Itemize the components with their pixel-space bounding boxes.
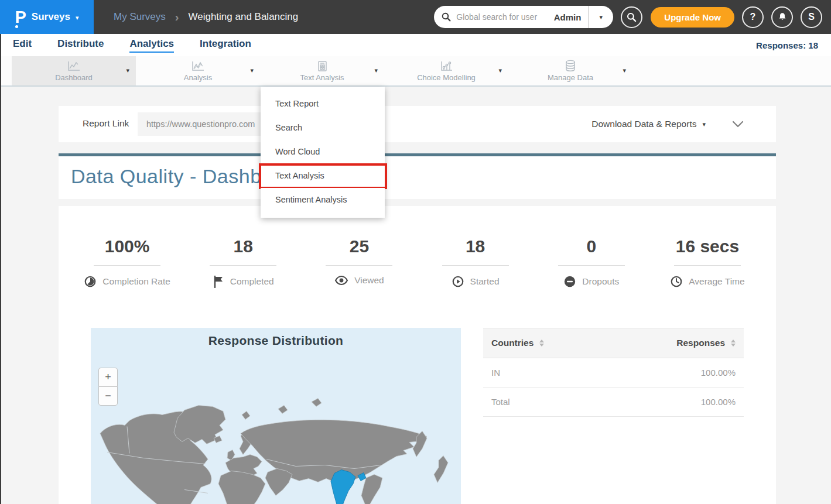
help-button[interactable]: ? — [742, 6, 764, 28]
collapse-chevron-icon[interactable] — [732, 121, 744, 128]
stat-completion-rate: 100% Completion Rate — [69, 236, 185, 288]
tab-distribute[interactable]: Distribute — [57, 38, 104, 53]
breadcrumb-my-surveys[interactable]: My Surveys — [114, 11, 166, 23]
search-button[interactable] — [621, 6, 642, 28]
chevron-down-icon: ▾ — [600, 14, 603, 20]
map-title: Response Distribution — [91, 334, 461, 348]
stat-started: 18 Started — [418, 236, 534, 288]
search-icon — [442, 12, 451, 22]
chevron-down-icon: ▾ — [76, 15, 79, 21]
upgrade-now-button[interactable]: Upgrade Now — [651, 7, 734, 28]
stat-average-time: 16 secs Average Time — [649, 236, 765, 288]
africa-landmass — [218, 471, 265, 504]
search-icon — [627, 12, 637, 22]
country-responses: 100.00% — [701, 397, 736, 407]
notifications-button[interactable] — [771, 6, 793, 28]
surveys-product-switcher[interactable]: P Surveys ▾ — [0, 0, 94, 34]
stat-completed: 18 Completed — [185, 236, 301, 288]
table-row: IN 100.00% — [483, 358, 744, 388]
avatar[interactable]: S — [801, 6, 822, 28]
tab-analytics[interactable]: Analytics — [129, 38, 174, 53]
global-search: Admin ▾ — [434, 6, 613, 28]
response-distribution-map: Response Distribution + − — [91, 328, 461, 504]
toolbar-tab-manage-data[interactable]: Manage Data ▾ — [508, 56, 632, 85]
bell-icon — [777, 12, 788, 22]
chevron-down-icon[interactable]: ▾ — [126, 67, 129, 74]
sort-icon — [539, 340, 544, 347]
flag-icon — [213, 275, 224, 288]
stats-row: 100% Completion Rate 18 Completed 25 — [59, 206, 776, 288]
responses-count: Responses: 18 — [756, 40, 818, 50]
database-icon — [565, 60, 576, 72]
stat-viewed: 25 Viewed — [301, 236, 417, 288]
clock-icon — [670, 275, 683, 288]
play-icon — [452, 275, 464, 288]
eye-icon — [334, 275, 348, 286]
text-report-icon — [316, 60, 328, 72]
choice-chart-icon — [439, 60, 454, 72]
countries-table: Countries Responses IN 100.00% Total 100… — [483, 328, 744, 417]
tab-edit[interactable]: Edit — [13, 38, 32, 53]
questionpro-logo: P — [15, 9, 26, 26]
stat-dropouts: 0 Dropouts — [534, 236, 649, 288]
toolbar-tab-choice-modelling[interactable]: Choice Modelling ▾ — [384, 56, 508, 85]
page-title: Data Quality - Dashboard — [71, 165, 776, 188]
world-map[interactable] — [91, 375, 461, 504]
multi-line-chart-icon — [190, 60, 206, 72]
line-chart-icon — [66, 60, 81, 72]
chevron-down-icon: ▾ — [702, 121, 706, 128]
minus-circle-icon — [563, 275, 576, 288]
report-link-bar: Report Link Download Data & Reports ▾ — [59, 106, 776, 142]
text-analysis-dropdown-menu: Text Report Search Word Cloud Text Analy… — [261, 87, 385, 218]
menu-item-text-analysis[interactable]: Text Analysis — [261, 164, 385, 188]
country-responses: 100.00% — [701, 368, 736, 378]
table-header: Countries Responses — [483, 328, 744, 358]
sort-icon — [731, 340, 736, 347]
breadcrumb-separator-icon: › — [175, 11, 179, 24]
breadcrumb: My Surveys › Weighting and Balancing — [114, 11, 298, 24]
menu-item-sentiment-analysis[interactable]: Sentiment Analysis — [261, 188, 385, 212]
menu-item-search[interactable]: Search — [261, 116, 385, 140]
report-link-label: Report Link — [83, 118, 129, 129]
chevron-down-icon[interactable]: ▾ — [250, 67, 254, 74]
global-search-input[interactable] — [456, 12, 553, 22]
zoom-in-button[interactable]: + — [98, 368, 118, 387]
download-data-reports-dropdown[interactable]: Download Data & Reports ▾ — [591, 106, 706, 142]
question-mark-icon: ? — [750, 12, 756, 22]
survey-nav: Edit Distribute Analytics Integration Re… — [0, 34, 831, 56]
page: P Surveys ▾ My Surveys › Weighting and B… — [0, 0, 831, 504]
analytics-toolbar: Dashboard ▾ Analysis ▾ Text Analysis ▾ C… — [0, 56, 831, 87]
page-title-card: Data Quality - Dashboard — [59, 153, 776, 199]
country-code: IN — [491, 368, 500, 378]
column-countries[interactable]: Countries — [491, 338, 544, 348]
completion-rate-icon — [84, 275, 97, 288]
menu-item-text-report[interactable]: Text Report — [261, 92, 385, 116]
product-label: Surveys — [32, 11, 70, 23]
zoom-out-button[interactable]: − — [98, 386, 118, 406]
chevron-down-icon[interactable]: ▾ — [498, 67, 502, 74]
column-responses[interactable]: Responses — [676, 338, 736, 348]
avatar-initial: S — [808, 12, 815, 22]
india-highlighted — [331, 470, 355, 504]
dashboard-card: 100% Completion Rate 18 Completed 25 — [59, 206, 776, 504]
tab-integration[interactable]: Integration — [200, 38, 251, 53]
menu-item-word-cloud[interactable]: Word Cloud — [261, 140, 385, 164]
map-zoom-controls: + − — [98, 368, 118, 406]
chevron-down-icon[interactable]: ▾ — [623, 67, 626, 74]
table-row: Total 100.00% — [483, 388, 744, 417]
country-code: Total — [491, 397, 510, 407]
search-scope-dropdown[interactable]: ▾ — [589, 6, 613, 28]
chevron-down-icon[interactable]: ▾ — [374, 67, 378, 74]
breadcrumb-survey-name: Weighting and Balancing — [188, 11, 298, 23]
search-scope-label: Admin — [554, 12, 582, 22]
top-bar: P Surveys ▾ My Surveys › Weighting and B… — [0, 0, 831, 34]
window-left-edge — [0, 34, 1, 504]
toolbar-tab-text-analysis[interactable]: Text Analysis ▾ — [260, 56, 384, 85]
toolbar-tab-dashboard[interactable]: Dashboard ▾ — [12, 56, 136, 85]
toolbar-tab-analysis[interactable]: Analysis ▾ — [136, 56, 260, 85]
